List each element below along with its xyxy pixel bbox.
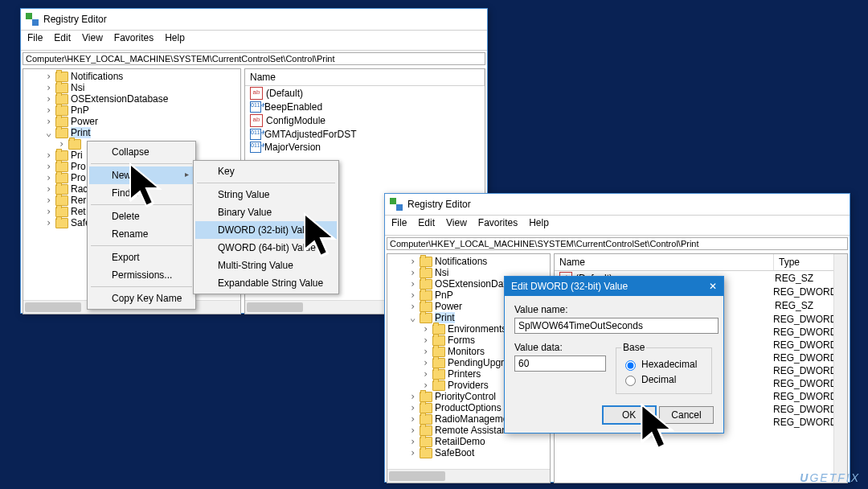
expand-icon[interactable]: ›: [408, 278, 417, 290]
expand-icon[interactable]: ›: [408, 436, 417, 447]
expand-icon[interactable]: ›: [44, 195, 53, 206]
expand-icon[interactable]: ›: [44, 116, 53, 127]
base-fieldset: Base Hexadecimal Decimal: [616, 342, 712, 394]
folder-icon: [420, 313, 432, 323]
value-name: (Default): [266, 88, 303, 99]
value-data-field[interactable]: [514, 355, 606, 372]
close-icon[interactable]: ✕: [709, 281, 717, 292]
expand-icon[interactable]: ›: [408, 425, 417, 436]
folder-icon: [55, 83, 68, 93]
expand-icon[interactable]: ›: [44, 206, 53, 217]
col-name[interactable]: Name: [555, 254, 774, 270]
radio-hex-input[interactable]: [625, 360, 636, 371]
ctx-find[interactable]: Find...: [89, 184, 194, 202]
folder-icon: [55, 72, 68, 82]
ctx-delete[interactable]: Delete: [89, 208, 194, 225]
new-qword[interactable]: QWORD (64-bit) Value: [195, 239, 337, 257]
list-row[interactable]: (Default): [245, 86, 485, 101]
ctx-collapse[interactable]: Collapse: [89, 143, 194, 161]
scrollbar-vertical[interactable]: [833, 254, 847, 483]
folder-icon: [55, 162, 68, 172]
tree-label: RetailDemo: [435, 436, 485, 447]
ctx-permissions[interactable]: Permissions...: [89, 266, 194, 284]
menu-view[interactable]: View: [446, 217, 467, 233]
tree-item[interactable]: ›Nsi: [43, 82, 240, 93]
radio-dec[interactable]: Decimal: [621, 373, 706, 386]
expand-icon[interactable]: ›: [44, 71, 53, 82]
list-row[interactable]: ConfigModule: [245, 113, 485, 128]
radio-dec-input[interactable]: [625, 376, 636, 386]
folder-icon: [420, 302, 432, 312]
value-name-field[interactable]: [514, 318, 719, 334]
tree-item[interactable]: ›PnP: [43, 105, 240, 116]
tree-item[interactable]: ›RetailDemo: [407, 436, 550, 447]
ok-button[interactable]: OK: [602, 405, 657, 425]
expand-icon[interactable]: ›: [44, 183, 53, 195]
expand-icon[interactable]: ⌄: [44, 127, 53, 138]
titlebar[interactable]: Registry Editor: [385, 194, 850, 216]
expand-icon[interactable]: ›: [44, 172, 53, 183]
value-type: REG_DWORD: [773, 378, 837, 389]
tree-label: ProductOptions: [435, 402, 502, 413]
ctx-new[interactable]: New: [89, 166, 194, 184]
menu-favorites[interactable]: Favorites: [114, 32, 154, 48]
address-bar[interactable]: Computer\HKEY_LOCAL_MACHINE\SYSTEM\Curre…: [23, 52, 485, 65]
tree-label: Notifications: [71, 71, 123, 82]
menu-edit[interactable]: Edit: [54, 32, 71, 48]
menu-edit[interactable]: Edit: [418, 217, 435, 233]
new-multistring[interactable]: Multi-String Value: [195, 257, 337, 274]
tree-item[interactable]: ›Notifications: [407, 256, 550, 267]
radio-hex[interactable]: Hexadecimal: [621, 358, 706, 371]
expand-icon[interactable]: ›: [408, 391, 417, 402]
expand-icon[interactable]: ›: [408, 256, 417, 267]
menu-favorites[interactable]: Favorites: [478, 217, 518, 233]
tree-label: PriorityControl: [435, 391, 496, 402]
expand-icon[interactable]: ›: [44, 105, 53, 116]
expand-icon[interactable]: ›: [44, 93, 53, 105]
titlebar[interactable]: Registry Editor: [21, 9, 487, 31]
expand-icon[interactable]: ⌄: [408, 312, 417, 323]
ctx-copy-key-name[interactable]: Copy Key Name: [89, 290, 194, 307]
expand-icon[interactable]: ›: [44, 217, 53, 228]
expand-icon[interactable]: ›: [408, 447, 417, 458]
regedit-icon: [26, 13, 39, 26]
ctx-export[interactable]: Export: [89, 249, 194, 266]
new-string[interactable]: String Value: [195, 186, 337, 203]
list-row[interactable]: BeepEnabled: [245, 101, 485, 113]
tree-item[interactable]: ›OSExtensionDatabase: [43, 93, 240, 105]
new-key[interactable]: Key: [195, 162, 337, 180]
expand-icon[interactable]: ›: [408, 267, 417, 278]
new-binary[interactable]: Binary Value: [195, 203, 337, 221]
regedit-icon: [390, 198, 403, 211]
cancel-button[interactable]: Cancel: [659, 406, 714, 424]
tree-item[interactable]: ›SafeBoot: [407, 447, 550, 458]
tree-item[interactable]: ›Power: [43, 116, 240, 127]
expand-icon[interactable]: ›: [408, 301, 417, 312]
context-submenu-new: Key String Value Binary Value DWORD (32-…: [193, 160, 339, 294]
scrollbar-horizontal[interactable]: [387, 469, 550, 483]
expand-icon[interactable]: ›: [44, 82, 53, 93]
expand-icon[interactable]: ›: [44, 150, 53, 161]
menu-help[interactable]: Help: [165, 32, 185, 48]
expand-icon[interactable]: ›: [408, 413, 417, 425]
new-expandstring[interactable]: Expandable String Value: [195, 274, 337, 292]
tree-label: Print: [435, 312, 455, 323]
menu-view[interactable]: View: [82, 32, 103, 48]
tree-item[interactable]: ⌄Print: [43, 127, 240, 138]
expand-icon[interactable]: ›: [44, 161, 53, 172]
menu-file[interactable]: File: [391, 217, 407, 233]
list-row[interactable]: GMTAdjustedForDST: [245, 128, 485, 141]
new-dword[interactable]: DWORD (32-bit) Value: [195, 221, 337, 239]
menu-help[interactable]: Help: [529, 217, 549, 233]
menu-file[interactable]: File: [27, 32, 43, 48]
value-icon: [250, 114, 263, 127]
ctx-rename[interactable]: Rename: [89, 225, 194, 243]
expand-icon[interactable]: ›: [408, 290, 417, 301]
dialog-titlebar[interactable]: Edit DWORD (32-bit) Value ✕: [505, 277, 723, 296]
col-name[interactable]: Name: [245, 69, 485, 85]
expand-icon[interactable]: ›: [408, 402, 417, 413]
tree-item[interactable]: ›Notifications: [43, 71, 240, 82]
value-icon: [250, 87, 263, 100]
list-row[interactable]: MajorVersion: [245, 141, 485, 154]
address-bar[interactable]: Computer\HKEY_LOCAL_MACHINE\SYSTEM\Curre…: [387, 237, 848, 250]
